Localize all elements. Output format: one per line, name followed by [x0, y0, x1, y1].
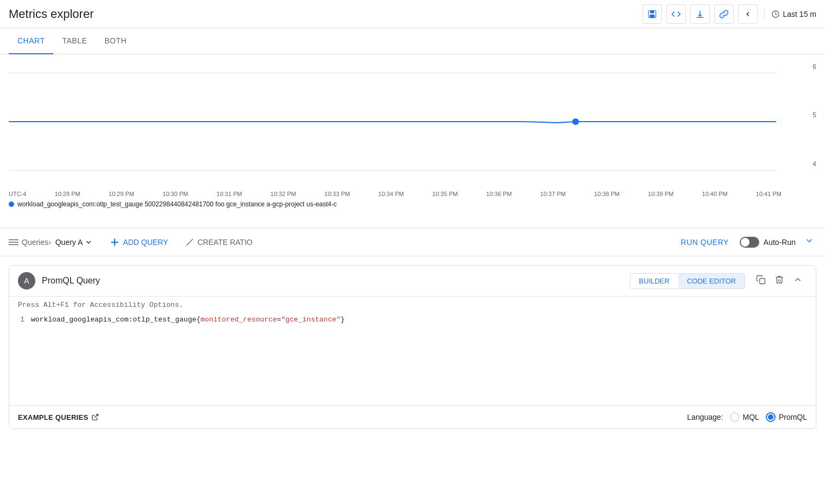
query-toolbar: Queries › Query A ADD QUERY CREATE RATIO… [0, 228, 825, 256]
line-number-1: 1 [9, 316, 31, 324]
current-query-name: Query A [55, 238, 83, 247]
run-query-button[interactable]: RUN QUERY [677, 235, 733, 250]
code-metric: workload_googleapis_com:otlp_test_gauge [31, 316, 196, 324]
svg-rect-13 [760, 278, 765, 284]
create-ratio-label: CREATE RATIO [197, 238, 252, 247]
example-queries-label: EXAMPLE QUERIES [18, 413, 88, 421]
clock-icon [771, 10, 780, 18]
queries-label-group: Queries [9, 238, 48, 247]
trash-icon [774, 275, 784, 285]
legend-text: workload_googleapis_com:otlp_test_gauge … [17, 200, 337, 208]
time-range[interactable]: Last 15 m [764, 10, 816, 18]
x-label-2: 10:29 PM [109, 191, 134, 197]
tab-chart[interactable]: CHART [9, 28, 53, 54]
x-label-10: 10:37 PM [540, 191, 566, 197]
svg-point-7 [572, 118, 579, 125]
language-selector: Language: MQL PromQL [687, 412, 807, 422]
add-query-button[interactable]: ADD QUERY [105, 234, 172, 250]
x-label-4: 10:31 PM [216, 191, 242, 197]
collapse-button[interactable] [789, 273, 807, 289]
auto-run-container: Auto-Run [740, 237, 796, 248]
auto-run-label: Auto-Run [764, 238, 796, 247]
promql-label: PromQL [779, 413, 807, 421]
tab-table[interactable]: TABLE [53, 28, 96, 54]
promql-radio-inner [768, 414, 773, 420]
y-axis-label-6: 6 [812, 63, 816, 71]
query-selector[interactable]: Query A [55, 238, 93, 247]
x-label-7: 10:34 PM [378, 191, 404, 197]
expand-icon [804, 236, 814, 245]
back-button[interactable] [738, 4, 758, 24]
list-icon [9, 238, 18, 246]
x-label-utc: UTC-4 [9, 191, 26, 197]
promql-radio-circle [766, 412, 776, 422]
queries-text: Queries [22, 238, 48, 247]
x-label-9: 10:36 PM [486, 191, 512, 197]
example-queries-link[interactable]: EXAMPLE QUERIES [18, 413, 99, 421]
expand-button[interactable] [802, 234, 816, 250]
external-link-icon [91, 413, 99, 421]
x-label-11: 10:38 PM [594, 191, 620, 197]
query-badge: A [18, 272, 35, 289]
code-editor[interactable]: Press Alt+F1 for Accessibility Options. … [9, 297, 816, 405]
chevron-up-icon [793, 275, 803, 285]
breadcrumb-chevron: › [48, 238, 51, 247]
language-label: Language: [687, 413, 723, 421]
svg-rect-2 [649, 14, 654, 17]
link-button[interactable] [714, 4, 734, 24]
header-actions: Last 15 m [642, 4, 816, 24]
query-card-footer: EXAMPLE QUERIES Language: MQL PromQL [9, 405, 816, 429]
app-header: Metrics explorer Last 15 m [0, 0, 825, 28]
download-button[interactable] [690, 4, 710, 24]
code-line-content: workload_googleapis_com:otlp_test_gauge{… [31, 316, 345, 324]
chart-container: 6 5 4 UTC-4 10:28 PM 10:29 PM 10:30 PM 1… [0, 54, 825, 228]
x-label-5: 10:32 PM [271, 191, 296, 197]
builder-tab[interactable]: BUILDER [630, 274, 678, 288]
legend-color-dot [9, 201, 14, 207]
x-label-6: 10:33 PM [324, 191, 350, 197]
code-open-brace: { [196, 316, 201, 324]
chevron-down-icon [85, 238, 92, 246]
mql-radio-circle [730, 412, 740, 422]
code-line-1: 1 workload_googleapis_com:otlp_test_gaug… [9, 313, 816, 326]
copy-icon [756, 275, 766, 285]
code-button[interactable] [666, 4, 686, 24]
code-filter-value: "gce_instance" [281, 316, 340, 324]
x-label-12: 10:39 PM [648, 191, 673, 197]
toggle-knob [741, 238, 749, 247]
run-query-label: RUN QUERY [681, 238, 729, 247]
editor-tab-group: BUILDER CODE EDITOR [630, 273, 745, 289]
auto-run-toggle[interactable] [740, 237, 759, 248]
chart-svg [9, 67, 799, 187]
x-label-13: 10:40 PM [702, 191, 728, 197]
x-label-8: 10:35 PM [432, 191, 458, 197]
code-editor-tab[interactable]: CODE EDITOR [678, 274, 745, 288]
x-label-3: 10:30 PM [162, 191, 188, 197]
page-title: Metrics explorer [9, 7, 642, 21]
delete-button[interactable] [770, 273, 789, 289]
ratio-icon [185, 238, 194, 247]
query-card: A PromQL Query BUILDER CODE EDITOR Press… [9, 265, 816, 429]
time-range-label: Last 15 m [783, 10, 816, 18]
a11y-hint: Press Alt+F1 for Accessibility Options. [9, 297, 816, 313]
mql-radio[interactable]: MQL [730, 412, 759, 422]
tab-both[interactable]: BOTH [96, 28, 135, 54]
y-axis-label-4: 4 [812, 160, 816, 168]
add-icon [110, 237, 120, 247]
svg-line-14 [95, 414, 98, 418]
create-ratio-button[interactable]: CREATE RATIO [181, 235, 257, 250]
svg-rect-12 [111, 241, 119, 242]
copy-button[interactable] [752, 273, 770, 289]
query-card-title: PromQL Query [42, 276, 630, 286]
query-card-header: A PromQL Query BUILDER CODE EDITOR [9, 266, 816, 297]
save-button[interactable] [642, 4, 662, 24]
code-close-brace: } [341, 316, 345, 324]
mql-label: MQL [743, 413, 759, 421]
view-tabs: CHART TABLE BOTH [0, 28, 825, 54]
promql-radio[interactable]: PromQL [766, 412, 807, 422]
code-filter-key: monitored_resource [201, 316, 277, 324]
y-axis-label-5: 5 [812, 111, 816, 119]
chart-legend: workload_googleapis_com:otlp_test_gauge … [9, 200, 799, 208]
x-label-1: 10:28 PM [55, 191, 80, 197]
add-query-label: ADD QUERY [123, 238, 168, 247]
